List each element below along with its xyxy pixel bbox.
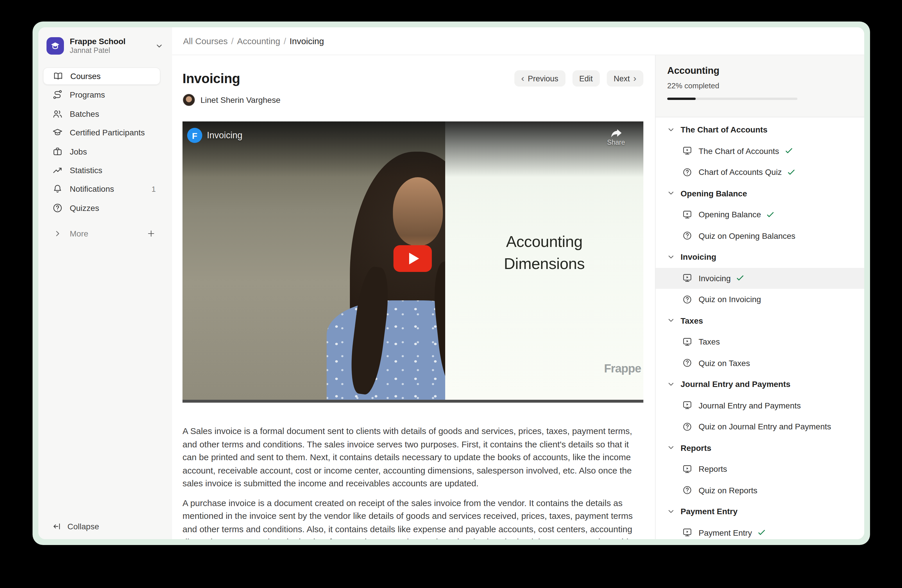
outline-section-chart-of-accounts[interactable]: The Chart of Accounts [656, 119, 864, 140]
video-lesson-icon [682, 274, 692, 283]
outline-section-journal-entry[interactable]: Journal Entry and Payments [656, 374, 864, 395]
sidebar-item-notifications[interactable]: Notifications 1 [43, 180, 160, 198]
frappe-school-logo [47, 37, 64, 55]
app-window: Frappe School Jannat Patel Courses Progr… [33, 22, 870, 545]
chevron-down-icon[interactable] [155, 41, 164, 50]
check-icon [766, 210, 775, 219]
sidebar-item-statistics[interactable]: Statistics [43, 161, 160, 179]
graduation-cap-icon [52, 127, 63, 138]
video-lesson-icon [682, 400, 692, 410]
outline-section-taxes[interactable]: Taxes [656, 310, 864, 331]
play-button[interactable] [393, 245, 432, 272]
left-sidebar: Frappe School Jannat Patel Courses Progr… [38, 27, 172, 539]
outline-item-label: Payment Entry [698, 528, 752, 538]
breadcrumb-all-courses[interactable]: All Courses [183, 36, 227, 46]
sidebar-item-label: Notifications [70, 185, 114, 194]
course-outline-sidebar: Accounting 22% completed The Chart of Ac… [655, 55, 864, 539]
outline-item-lesson[interactable]: Taxes [656, 331, 864, 352]
add-icon[interactable] [146, 228, 156, 238]
previous-label: Previous [528, 74, 558, 83]
lesson-paragraph: A purchase invoice is a document created… [183, 496, 644, 539]
workspace-title: Frappe School [70, 37, 125, 47]
outline-item-label: Quiz on Opening Balances [698, 231, 796, 241]
outline-section-label: Journal Entry and Payments [681, 380, 791, 389]
outline-item-lesson[interactable]: Payment Entry [656, 522, 864, 539]
outline-item-lesson[interactable]: Reports [656, 458, 864, 480]
video-progress-bar[interactable] [183, 400, 644, 403]
share-arrow-icon [609, 128, 623, 138]
chevron-down-icon [667, 126, 675, 134]
author-name: Linet Sherin Varghese [200, 95, 280, 105]
previous-button[interactable]: ‹ Previous [514, 70, 565, 87]
bell-icon [52, 184, 63, 194]
chevron-down-icon [667, 381, 675, 388]
outline-item-quiz[interactable]: Quiz on Taxes [656, 352, 864, 374]
sidebar-item-quizzes[interactable]: Quizzes [43, 199, 160, 216]
next-label: Next [614, 74, 630, 83]
chevron-left-icon: ‹ [521, 74, 525, 83]
chevron-down-icon [667, 190, 675, 197]
body-row: Invoicing ‹ Previous Edit Next › [172, 55, 864, 539]
outline-item-lesson[interactable]: Opening Balance [656, 204, 864, 225]
edit-label: Edit [579, 74, 593, 83]
outline-item-label: Taxes [698, 337, 720, 347]
outline-item-lesson[interactable]: Journal Entry and Payments [656, 395, 864, 416]
video-player[interactable]: Accounting Dimensions Frappe F Invoicing… [183, 122, 644, 403]
book-open-icon [53, 71, 63, 81]
outline-item-label: Quiz on Taxes [698, 358, 750, 368]
outline-item-lesson-active[interactable]: Invoicing [656, 267, 864, 289]
sidebar-item-batches[interactable]: Batches [43, 105, 160, 123]
sidebar-item-certified-participants[interactable]: Certified Participants [43, 124, 160, 141]
outline-section-payment-entry[interactable]: Payment Entry [656, 501, 864, 522]
video-lesson-icon [682, 210, 692, 220]
course-progress-header: Accounting 22% completed [656, 55, 864, 117]
sidebar-more[interactable]: More [43, 225, 160, 242]
sidebar-item-jobs[interactable]: Jobs [43, 142, 160, 160]
sidebar-item-label: Certified Participants [70, 128, 145, 137]
outline-section-opening-balance[interactable]: Opening Balance [656, 183, 864, 204]
workspace-switcher[interactable]: Frappe School Jannat Patel [47, 37, 164, 55]
progress-label: 22% completed [667, 81, 853, 90]
video-overlay-title[interactable]: Invoicing [207, 130, 242, 141]
sidebar-collapse-button[interactable]: Collapse [43, 518, 160, 535]
edit-button[interactable]: Edit [572, 70, 600, 87]
outline-section-label: Reports [681, 443, 711, 453]
outline-item-lesson[interactable]: The Chart of Accounts [656, 140, 864, 161]
channel-avatar[interactable]: F [187, 128, 202, 143]
outline-item-quiz[interactable]: Quiz on Invoicing [656, 289, 864, 310]
chevron-down-icon [667, 253, 675, 261]
screen: Frappe School Jannat Patel Courses Progr… [0, 0, 902, 588]
outline-item-quiz[interactable]: Quiz on Journal Entry and Payments [656, 416, 864, 437]
quiz-icon [682, 231, 692, 241]
outline-section-reports[interactable]: Reports [656, 437, 864, 458]
breadcrumb-accounting[interactable]: Accounting [237, 36, 280, 46]
sidebar-item-label: Batches [70, 109, 99, 119]
check-icon [784, 147, 793, 155]
sidebar-item-label: Jobs [70, 147, 87, 156]
outline-item-quiz[interactable]: Quiz on Reports [656, 480, 864, 501]
sidebar-nav: Courses Programs Batches Certified Parti… [38, 67, 172, 244]
lesson-actions: ‹ Previous Edit Next › [514, 70, 644, 87]
quiz-icon [682, 422, 692, 432]
outline-item-label: Quiz on Reports [698, 486, 757, 495]
sidebar-item-courses[interactable]: Courses [43, 67, 160, 85]
quiz-icon [682, 295, 692, 305]
outline-section-invoicing[interactable]: Invoicing [656, 246, 864, 267]
sidebar-spacer [38, 244, 172, 518]
outline-item-label: The Chart of Accounts [698, 146, 779, 156]
progress-track [667, 98, 797, 100]
trending-up-icon [52, 165, 63, 175]
collapse-label: Collapse [67, 522, 99, 531]
sidebar-item-programs[interactable]: Programs [43, 86, 160, 104]
next-button[interactable]: Next › [607, 70, 644, 87]
outline-item-quiz[interactable]: Quiz on Opening Balances [656, 225, 864, 246]
video-lesson-icon [682, 528, 692, 538]
quiz-icon [682, 358, 692, 368]
collapse-sidebar-icon [52, 522, 62, 531]
outline-item-label: Opening Balance [698, 210, 761, 219]
breadcrumb: All Courses / Accounting / Invoicing [172, 27, 864, 55]
route-icon [52, 90, 63, 100]
outline-item-quiz[interactable]: Chart of Accounts Quiz [656, 161, 864, 183]
share-button[interactable]: Share [602, 128, 630, 146]
slide-title: Accounting Dimensions [445, 231, 644, 275]
